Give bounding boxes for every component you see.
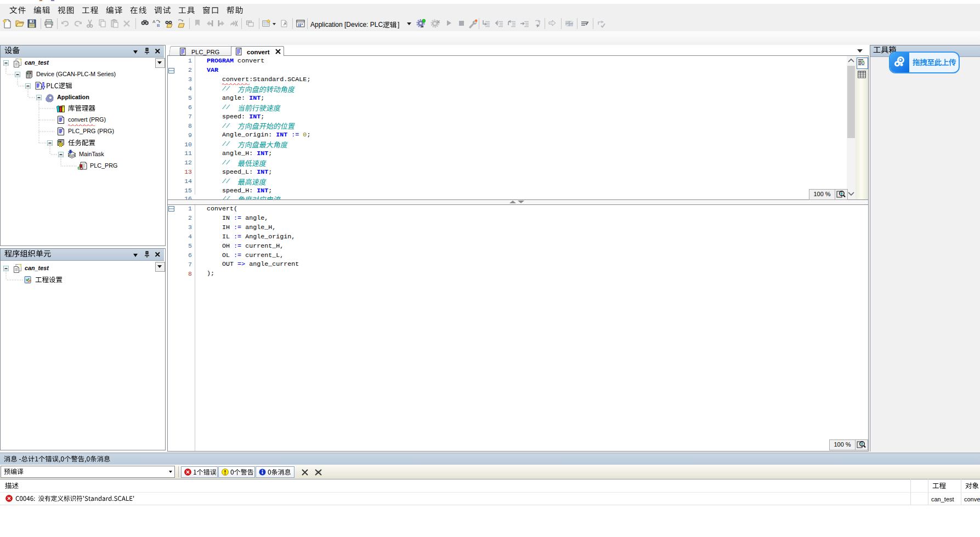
svg-text:B: B (157, 23, 160, 28)
svg-text:A: A (152, 19, 156, 24)
